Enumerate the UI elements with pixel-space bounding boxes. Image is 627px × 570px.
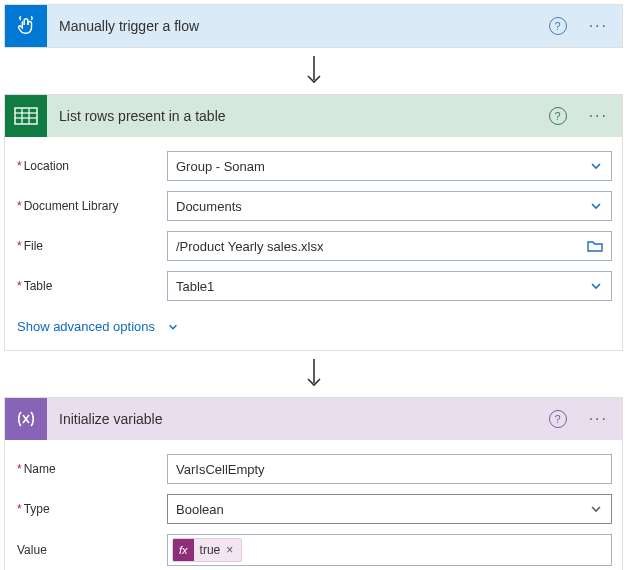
more-menu-button[interactable]: ··· bbox=[585, 108, 612, 124]
name-label: Name bbox=[15, 462, 167, 476]
initvar-card: Initialize variable ? ··· Name VarIsCell… bbox=[4, 397, 623, 570]
trigger-title: Manually trigger a flow bbox=[59, 18, 537, 34]
chevron-down-icon bbox=[589, 279, 603, 293]
remove-token-button[interactable]: × bbox=[224, 543, 235, 557]
initvar-body: Name VarIsCellEmpty Type Boolean Value f… bbox=[5, 440, 622, 570]
table-value: Table1 bbox=[176, 279, 583, 294]
location-label: Location bbox=[15, 159, 167, 173]
library-dropdown[interactable]: Documents bbox=[167, 191, 612, 221]
excel-card: List rows present in a table ? ··· Locat… bbox=[4, 94, 623, 351]
chevron-down-icon bbox=[589, 159, 603, 173]
excel-icon bbox=[14, 106, 38, 126]
token-text: true bbox=[200, 543, 221, 557]
trigger-card: Manually trigger a flow ? ··· bbox=[4, 4, 623, 48]
chevron-down-icon bbox=[589, 502, 603, 516]
table-label: Table bbox=[15, 279, 167, 293]
location-dropdown[interactable]: Group - Sonam bbox=[167, 151, 612, 181]
chevron-down-icon bbox=[589, 199, 603, 213]
excel-header[interactable]: List rows present in a table ? ··· bbox=[5, 95, 622, 137]
file-label: File bbox=[15, 239, 167, 253]
type-label: Type bbox=[15, 502, 167, 516]
fx-icon: fx bbox=[173, 539, 194, 561]
variable-icon-tile bbox=[5, 398, 47, 440]
name-value: VarIsCellEmpty bbox=[176, 462, 603, 477]
value-label: Value bbox=[15, 543, 167, 557]
variable-icon bbox=[14, 409, 38, 429]
type-value: Boolean bbox=[176, 502, 583, 517]
help-icon[interactable]: ? bbox=[549, 107, 567, 125]
file-value: /Product Yearly sales.xlsx bbox=[176, 239, 587, 254]
svg-rect-1 bbox=[15, 108, 37, 124]
show-advanced-link[interactable]: Show advanced options bbox=[15, 315, 181, 336]
name-input[interactable]: VarIsCellEmpty bbox=[167, 454, 612, 484]
more-menu-button[interactable]: ··· bbox=[585, 411, 612, 427]
initvar-title: Initialize variable bbox=[59, 411, 537, 427]
file-picker[interactable]: /Product Yearly sales.xlsx bbox=[167, 231, 612, 261]
excel-icon-tile bbox=[5, 95, 47, 137]
help-icon[interactable]: ? bbox=[549, 410, 567, 428]
location-value: Group - Sonam bbox=[176, 159, 583, 174]
value-input[interactable]: fx true × bbox=[167, 534, 612, 566]
help-icon[interactable]: ? bbox=[549, 17, 567, 35]
touch-icon bbox=[15, 15, 37, 37]
table-dropdown[interactable]: Table1 bbox=[167, 271, 612, 301]
trigger-icon-tile bbox=[5, 5, 47, 47]
folder-icon[interactable] bbox=[587, 239, 603, 253]
show-advanced-label: Show advanced options bbox=[17, 319, 155, 334]
library-value: Documents bbox=[176, 199, 583, 214]
initvar-header[interactable]: Initialize variable ? ··· bbox=[5, 398, 622, 440]
more-menu-button[interactable]: ··· bbox=[585, 18, 612, 34]
expression-token[interactable]: fx true × bbox=[172, 538, 242, 562]
type-dropdown[interactable]: Boolean bbox=[167, 494, 612, 524]
excel-body: Location Group - Sonam Document Library … bbox=[5, 137, 622, 350]
excel-title: List rows present in a table bbox=[59, 108, 537, 124]
trigger-header[interactable]: Manually trigger a flow ? ··· bbox=[5, 5, 622, 47]
library-label: Document Library bbox=[15, 199, 167, 213]
connector-arrow bbox=[4, 351, 623, 397]
chevron-down-icon bbox=[167, 321, 179, 333]
connector-arrow bbox=[4, 48, 623, 94]
